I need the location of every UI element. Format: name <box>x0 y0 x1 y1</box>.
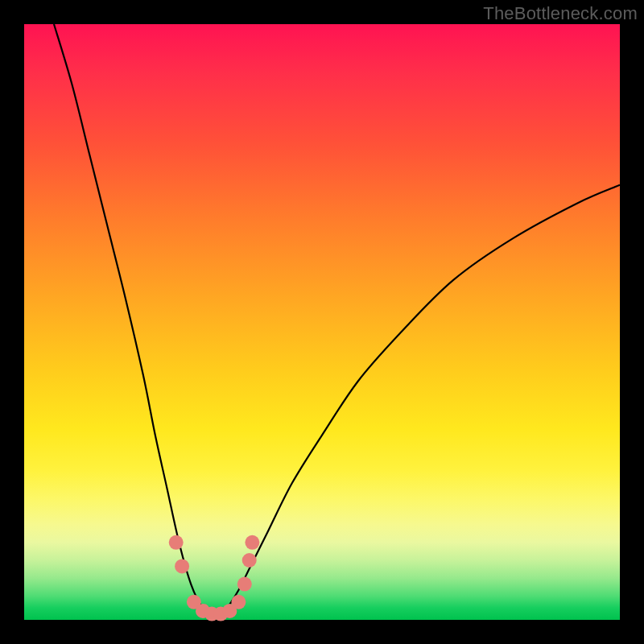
valley-marker <box>245 535 259 550</box>
valley-markers <box>169 535 260 621</box>
bottleneck-curve <box>54 24 620 614</box>
valley-marker <box>237 577 252 592</box>
chart-frame: TheBottleneck.com <box>0 0 644 644</box>
valley-marker <box>242 553 257 568</box>
valley-marker <box>231 595 246 609</box>
plot-area <box>24 24 620 620</box>
watermark-text: TheBottleneck.com <box>483 3 638 24</box>
valley-marker <box>175 559 189 573</box>
curve-layer <box>24 24 620 620</box>
valley-marker <box>169 535 184 550</box>
